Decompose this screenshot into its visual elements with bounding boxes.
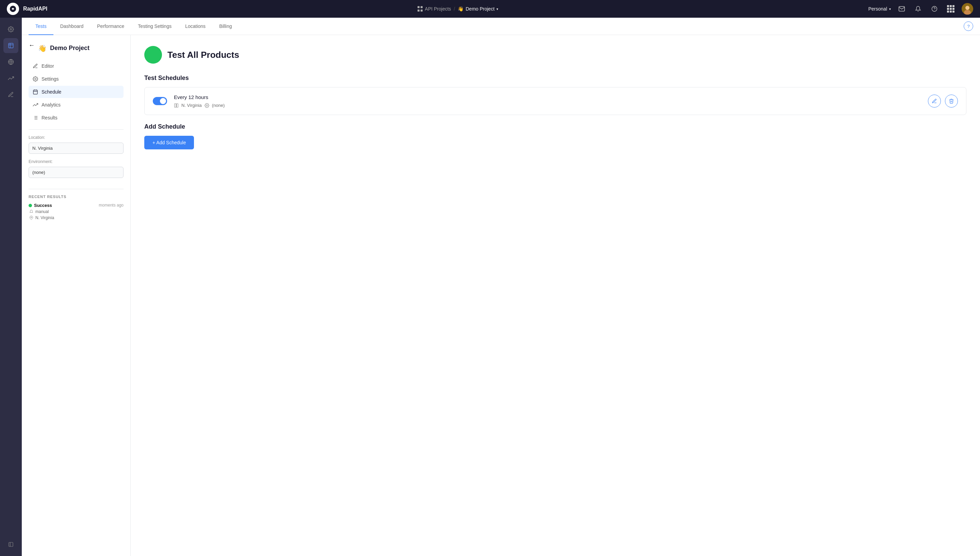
- nav-item-editor-label: Editor: [42, 63, 54, 69]
- tab-billing[interactable]: Billing: [212, 18, 239, 35]
- add-schedule-button[interactable]: + Add Schedule: [144, 136, 194, 149]
- svg-rect-24: [177, 103, 178, 107]
- schedule-meta: N. Virginia (none): [174, 103, 224, 108]
- tab-locations[interactable]: Locations: [178, 18, 212, 35]
- svg-rect-23: [174, 103, 176, 107]
- apps-grid-icon[interactable]: [945, 3, 956, 14]
- nav-right: Personal ▾: [869, 3, 973, 15]
- tab-bar: Tests Dashboard Performance Testing Sett…: [22, 18, 980, 35]
- location-select[interactable]: N. Virginia US East US West EU West: [29, 142, 124, 154]
- analytics-nav-icon: [33, 102, 38, 108]
- project-selector[interactable]: 👋 Demo Project ▾: [458, 6, 498, 11]
- personal-label: Personal: [869, 6, 887, 11]
- tab-performance[interactable]: Performance: [90, 18, 131, 35]
- api-projects-label: API Projects: [425, 6, 451, 11]
- schedule-card-left: Every 12 hours N. Virginia (: [153, 94, 224, 108]
- result-trigger-label: manual: [36, 209, 48, 214]
- nav-item-results[interactable]: Results: [29, 112, 124, 124]
- schedule-environment: (none): [212, 103, 225, 108]
- app-name: RapidAPI: [23, 6, 47, 12]
- edit-nav-icon: [33, 63, 38, 69]
- result-location-label: N. Virginia: [36, 215, 54, 220]
- nav-item-schedule-label: Schedule: [42, 89, 61, 95]
- project-name-label: Demo Project: [465, 6, 494, 11]
- sidebar-item-globe[interactable]: [3, 55, 18, 70]
- tab-tests[interactable]: Tests: [29, 18, 53, 35]
- sidebar-item-settings[interactable]: [3, 22, 18, 37]
- help-circle-icon[interactable]: ?: [964, 21, 973, 31]
- chevron-down-icon: ▾: [496, 7, 498, 11]
- add-schedule-btn-label: + Add Schedule: [152, 140, 186, 145]
- result-status: Success: [29, 203, 54, 208]
- messages-icon[interactable]: [896, 3, 907, 14]
- personal-selector[interactable]: Personal ▾: [869, 6, 891, 11]
- project-header-title: Demo Project: [50, 45, 89, 52]
- tab-dashboard[interactable]: Dashboard: [53, 18, 90, 35]
- nav-item-results-label: Results: [42, 115, 58, 120]
- sidebar-item-collapse[interactable]: [3, 537, 18, 552]
- nav-left: RapidAPI: [7, 3, 47, 15]
- help-icon[interactable]: [929, 3, 940, 14]
- schedule-frequency: Every 12 hours: [174, 94, 224, 100]
- svg-point-6: [10, 29, 12, 30]
- schedules-heading: Test Schedules: [144, 74, 966, 82]
- toggle-slider: [153, 97, 167, 105]
- schedule-settings-icon: [205, 103, 209, 108]
- right-panel: Test All Products Test Schedules Every 1…: [131, 35, 980, 556]
- recent-result-item: Success manual N. Virginia: [29, 203, 124, 220]
- svg-rect-12: [33, 90, 37, 94]
- environment-label: Environment:: [29, 159, 124, 164]
- project-emoji: 👋: [458, 6, 463, 11]
- main-layout: Tests Dashboard Performance Testing Sett…: [0, 0, 980, 556]
- logo-icon[interactable]: [7, 3, 19, 15]
- columns-icon: [174, 103, 179, 108]
- nav-item-schedule[interactable]: Schedule: [29, 86, 124, 98]
- back-button[interactable]: ←: [29, 42, 35, 49]
- tab-testing-settings[interactable]: Testing Settings: [131, 18, 178, 35]
- nav-item-analytics[interactable]: Analytics: [29, 99, 124, 111]
- svg-point-22: [31, 217, 32, 218]
- delete-schedule-button[interactable]: [945, 95, 958, 108]
- tab-bar-right: ?: [964, 21, 973, 31]
- schedule-card: Every 12 hours N. Virginia (: [144, 87, 966, 115]
- schedule-nav-icon: [33, 89, 38, 95]
- left-panel: ← 👋 Demo Project Editor Settin: [22, 35, 131, 556]
- schedule-info: Every 12 hours N. Virginia (: [174, 94, 224, 108]
- personal-chevron-icon: ▾: [889, 7, 891, 11]
- schedule-toggle[interactable]: [153, 97, 167, 105]
- settings-nav-icon: [33, 76, 38, 82]
- sidebar-item-tests[interactable]: [3, 38, 18, 53]
- add-schedule-heading: Add Schedule: [144, 123, 966, 130]
- nav-separator: /: [454, 6, 455, 11]
- alert-icon: [29, 210, 33, 214]
- project-header-emoji: 👋: [38, 44, 47, 52]
- environment-select[interactable]: (none) Production Staging: [29, 167, 124, 178]
- result-time-label: moments ago: [98, 203, 124, 208]
- edit-schedule-button[interactable]: [928, 95, 941, 108]
- test-name: Test All Products: [168, 50, 239, 60]
- body-split: ← 👋 Demo Project Editor Settin: [22, 35, 980, 556]
- result-info: Success manual N. Virginia: [29, 203, 54, 220]
- test-icon: [144, 46, 162, 64]
- sidebar-item-edit[interactable]: [3, 87, 18, 102]
- test-header: Test All Products: [144, 46, 966, 64]
- nav-center: API Projects / 👋 Demo Project ▾: [418, 6, 499, 11]
- result-meta-trigger: manual: [29, 209, 54, 214]
- results-nav-icon: [33, 115, 38, 120]
- result-status-label: Success: [34, 203, 52, 208]
- sidebar-item-analytics[interactable]: [3, 71, 18, 86]
- api-projects-icon: [418, 6, 423, 11]
- notifications-icon[interactable]: [913, 3, 923, 14]
- nav-item-settings[interactable]: Settings: [29, 73, 124, 85]
- nav-item-editor[interactable]: Editor: [29, 60, 124, 72]
- nav-item-analytics-label: Analytics: [42, 102, 61, 108]
- avatar[interactable]: [962, 3, 973, 15]
- nav-item-settings-label: Settings: [42, 76, 59, 82]
- api-projects-link[interactable]: API Projects: [418, 6, 451, 11]
- svg-point-1: [932, 6, 937, 11]
- svg-point-25: [206, 105, 208, 106]
- location-label: Location:: [29, 135, 124, 140]
- recent-results-title: RECENT RESULTS: [29, 195, 124, 199]
- result-meta-location: N. Virginia: [29, 215, 54, 220]
- location-pin-icon: [29, 216, 33, 220]
